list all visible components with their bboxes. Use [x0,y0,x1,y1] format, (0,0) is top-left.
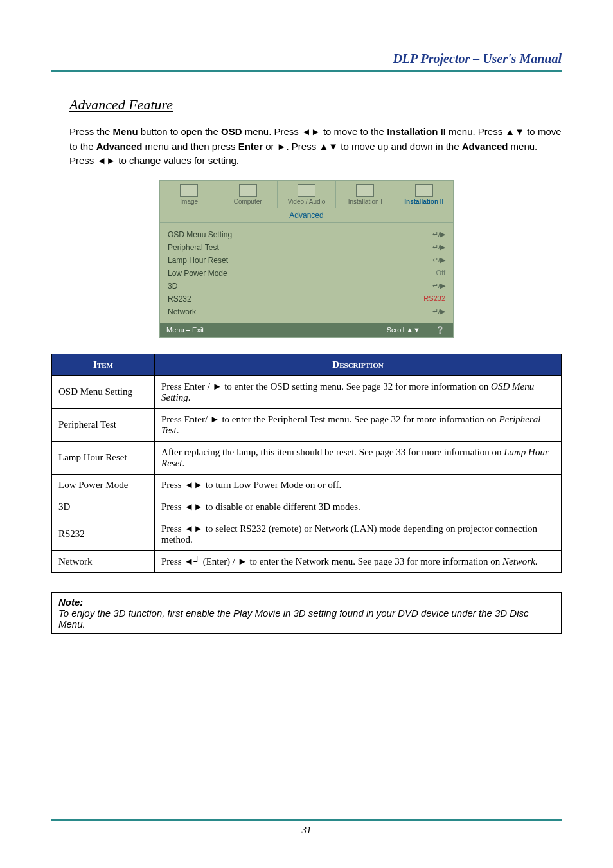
table-row: Low Power Mode Press ◄► to turn Low Powe… [52,474,562,496]
table-row: Peripheral Test Press Enter/ ► to enter … [52,408,562,441]
enter-arrow-icon: ↵/▶ [432,256,445,265]
osd-footer: Menu = Exit Scroll ▲▼ ❔ [160,323,453,337]
table-row: Lamp Hour Reset After replacing the lamp… [52,441,562,474]
table-row: Network Press ◄┘ (Enter) / ► to enter th… [52,550,562,572]
table-cell-item: Peripheral Test [52,408,155,441]
osd-row-label: OSD Menu Setting [168,230,232,239]
table-cell-desc: Press ◄► to turn Low Power Mode on or of… [155,474,562,496]
osd-footer-left: Menu = Exit [160,323,380,337]
description-table: Item Description OSD Menu Setting Press … [51,354,562,573]
osd-menu-list: OSD Menu Setting↵/▶ Peripheral Test↵/▶ L… [160,223,453,323]
osd-row-low-power: Low Power ModeOff [168,267,445,280]
osd-row-value: RS232 [423,294,445,303]
table-cell-desc: After replacing the lamp, this item shou… [155,441,562,474]
enter-arrow-icon: ↵/▶ [432,282,445,291]
desc-text: Press Enter/ ► to enter the Peripheral T… [161,414,499,424]
desc-text: Press ◄► to turn Low Power Mode on or of… [161,480,341,490]
osd-row-peripheral: Peripheral Test↵/▶ [168,241,445,254]
table-cell-desc: Press Enter/ ► to enter the Peripheral T… [155,408,562,441]
osd-row-label: 3D [168,282,177,291]
osd-tabs: Image Computer Video / Audio Installatio… [160,181,453,208]
monitor-icon [180,184,198,197]
osd-row-label: RS232 [168,294,191,303]
osd-row-osd-menu: OSD Menu Setting↵/▶ [168,228,445,241]
table-row: 3D Press ◄► to disable or enable differe… [52,496,562,518]
table-row: RS232 Press ◄► to select RS232 (remote) … [52,518,562,550]
enter-arrow-icon: ↵/▶ [432,243,445,252]
table-cell-desc: Press ◄► to select RS232 (remote) or Net… [155,518,562,550]
osd-tab-computer: Computer [218,181,277,208]
desc-text: Press ◄┘ (Enter) / ► to enter the Networ… [161,556,502,566]
osd-tab-label: Installation I [348,198,382,205]
projector1-icon [356,184,374,197]
desc-text: Press Enter / ► to enter the OSD setting… [161,381,491,392]
video-icon [298,184,315,197]
osd-row-lamp: Lamp Hour Reset↵/▶ [168,254,445,267]
intro-bold: Enter [238,141,263,152]
projector2-icon [415,184,433,197]
desc-italic: Network [502,556,535,566]
table-cell-desc: Press ◄┘ (Enter) / ► to enter the Networ… [155,550,562,572]
intro-paragraph: Press the Menu button to open the OSD me… [69,125,562,168]
intro-text: menu. Press ◄► to move to the [242,126,387,137]
note-text: To enjoy the 3D function, first enable t… [58,608,529,629]
osd-footer-right: Scroll ▲▼ [380,323,427,337]
page-header-title: DLP Projector – User's Manual [51,51,562,72]
intro-bold: Menu [113,126,138,137]
intro-text: or ►. Press ▲▼ to move up and down in th… [263,141,462,152]
osd-row-label: Peripheral Test [168,243,219,252]
table-row: OSD Menu Setting Press Enter / ► to ente… [52,375,562,408]
osd-tab-label: Image [180,198,198,205]
note-box: Note: To enjoy the 3D function, first en… [51,592,562,634]
section-heading: Advanced Feature [69,96,562,113]
intro-bold: Advanced [96,141,143,152]
osd-tab-inst1: Installation I [336,181,395,208]
osd-tab-label: Computer [234,198,262,205]
desc-text: . [535,556,538,566]
table-head-item: Item [52,354,155,375]
help-icon: ❔ [427,323,453,337]
table-cell-desc: Press ◄► to disable or enable different … [155,496,562,518]
intro-bold: Installation II [387,126,446,137]
osd-row-network: Network↵/▶ [168,305,445,318]
table-cell-item: Lamp Hour Reset [52,441,155,474]
desc-text: . [182,458,184,468]
osd-row-label: Low Power Mode [168,269,227,278]
table-cell-item: Network [52,550,155,572]
page-footer: – 31 – [51,819,562,836]
table-cell-item: RS232 [52,518,155,550]
enter-arrow-icon: ↵/▶ [432,230,445,239]
table-cell-item: OSD Menu Setting [52,375,155,408]
osd-row-3d: 3D↵/▶ [168,280,445,293]
osd-screenshot: Image Computer Video / Audio Installatio… [159,180,454,338]
osd-row-value: Off [436,269,445,278]
note-label: Note: [58,597,83,608]
osd-tab-label: Installation II [404,198,443,205]
computer-icon [239,184,257,197]
osd-row-label: Network [168,307,196,316]
intro-text: Press the [69,126,113,137]
page-number: – 31 – [294,825,319,835]
table-cell-item: Low Power Mode [52,474,155,496]
table-cell-desc: Press Enter / ► to enter the OSD setting… [155,375,562,408]
osd-tab-inst2: Installation II [395,181,453,208]
intro-bold: Advanced [462,141,508,152]
enter-arrow-icon: ↵/▶ [432,307,445,316]
osd-tab-label: Video / Audio [288,198,326,205]
desc-text: . [188,392,191,402]
desc-text: . [177,425,179,435]
desc-text: Press ◄► to disable or enable different … [161,502,360,512]
osd-tab-video: Video / Audio [278,181,336,208]
osd-row-label: Lamp Hour Reset [168,256,228,265]
desc-text: After replacing the lamp, this item shou… [161,447,504,457]
table-cell-item: 3D [52,496,155,518]
osd-row-rs232: RS232RS232 [168,293,445,305]
osd-tab-image: Image [160,181,218,208]
osd-subheading: Advanced [160,208,453,223]
intro-text: menu and then press [142,141,238,152]
intro-text: button to open the [138,126,221,137]
intro-bold: OSD [221,126,242,137]
table-head-desc: Description [155,354,562,375]
desc-text: Press ◄► to select RS232 (remote) or Net… [161,523,537,545]
